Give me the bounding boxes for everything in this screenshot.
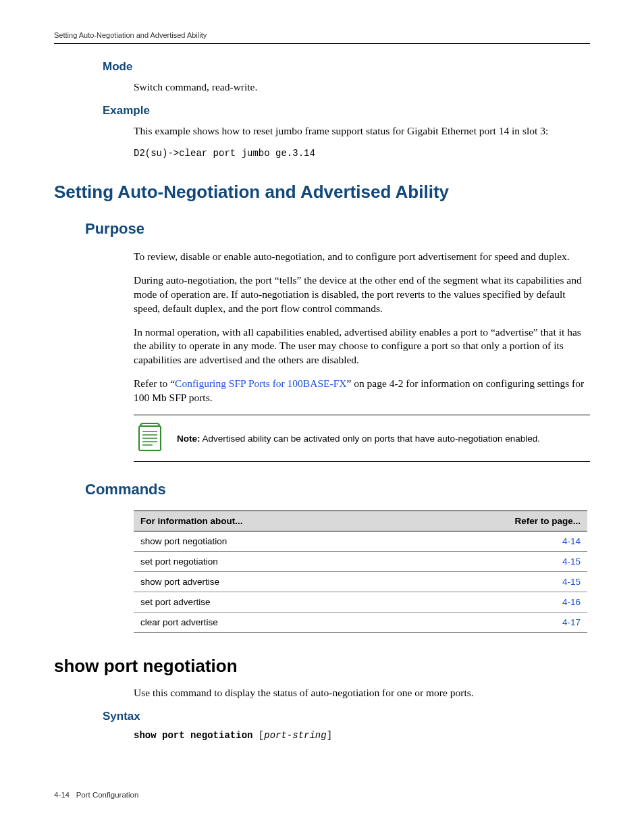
section-title: Setting Auto-Negotiation and Advertised … (54, 182, 590, 203)
page-container: Setting Auto-Negotiation and Advertised … (0, 0, 644, 834)
syntax-heading: Syntax (103, 710, 590, 723)
commands-table: For information about... Refer to page..… (134, 511, 587, 633)
col-page: Refer to page... (403, 511, 587, 531)
example-heading: Example (103, 104, 590, 118)
command-desc: Use this command to display the status o… (134, 686, 590, 700)
footer-page: 4-14 (54, 791, 70, 799)
page-link[interactable]: 4-15 (562, 556, 581, 567)
table-row: show port advertise 4-15 (134, 572, 587, 592)
table-row: set port negotiation 4-15 (134, 552, 587, 572)
syntax-cmd: show port negotiation (134, 730, 252, 741)
cmd-name: set port negotiation (134, 552, 403, 572)
running-header: Setting Auto-Negotiation and Advertised … (54, 31, 590, 44)
note-box: Note: Advertised ability can be activate… (134, 415, 590, 462)
mode-heading: Mode (103, 60, 590, 74)
purpose-p3: In normal operation, with all capabiliti… (134, 325, 590, 368)
table-row: clear port advertise 4-17 (134, 613, 587, 633)
cmd-name: show port advertise (134, 572, 403, 592)
page-link[interactable]: 4-16 (562, 597, 581, 607)
example-code: D2(su)->clear port jumbo ge.3.14 (134, 148, 590, 159)
purpose-p2: During auto‐negotiation, the port “tells… (134, 273, 590, 316)
col-info: For information about... (134, 511, 403, 531)
command-title: show port negotiation (54, 656, 590, 677)
syntax-line: show port negotiation [port-string] (134, 730, 590, 741)
page-link[interactable]: 4-14 (562, 536, 581, 546)
note-label: Note: (177, 434, 200, 444)
example-body: This example shows how to reset jumbo fr… (134, 124, 590, 138)
purpose-heading: Purpose (85, 220, 590, 238)
syntax-arg: port-string (264, 730, 326, 741)
sfp-link[interactable]: Configuring SFP Ports for 100BASE‐FX (175, 377, 346, 389)
table-row: show port negotiation 4-14 (134, 531, 587, 552)
table-row: set port advertise 4-16 (134, 592, 587, 613)
page-link[interactable]: 4-15 (562, 577, 581, 587)
cmd-name: set port advertise (134, 592, 403, 613)
commands-heading: Commands (85, 481, 590, 498)
cmd-name: show port negotiation (134, 531, 403, 552)
page-footer: 4-14 Port Configuration (54, 791, 138, 799)
note-body: Advertised ability can be activated only… (200, 434, 541, 444)
p4-prefix: Refer to “ (134, 377, 175, 389)
note-text: Note: Advertised ability can be activate… (177, 434, 540, 444)
mode-body: Switch command, read‐write. (134, 80, 590, 95)
purpose-p1: To review, disable or enable auto‐negoti… (134, 250, 590, 264)
cmd-name: clear port advertise (134, 613, 403, 633)
purpose-p4: Refer to “Configuring SFP Ports for 100B… (134, 377, 590, 405)
notepad-icon (138, 422, 162, 454)
footer-label: Port Configuration (76, 791, 139, 799)
page-link[interactable]: 4-17 (562, 617, 581, 627)
